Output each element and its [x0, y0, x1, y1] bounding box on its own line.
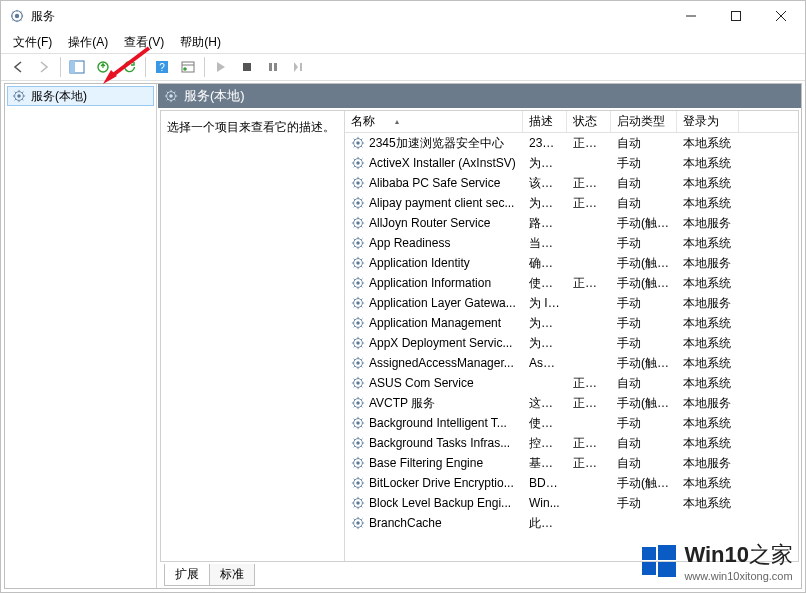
service-desc: 确定... [523, 255, 567, 272]
service-startup: 手动(触发... [611, 355, 677, 372]
service-desc: 当用... [523, 235, 567, 252]
service-startup: 自动 [611, 375, 677, 392]
pause-service-button[interactable] [261, 55, 285, 79]
service-name: 2345加速浏览器安全中心 [369, 135, 504, 152]
svg-point-1 [15, 14, 19, 18]
svg-point-35 [356, 261, 360, 265]
service-logon: 本地服务 [677, 455, 739, 472]
service-logon: 本地系统 [677, 355, 739, 372]
list-header: 名称▴ 描述 状态 启动类型 登录为 [345, 111, 798, 133]
service-list[interactable]: 名称▴ 描述 状态 启动类型 登录为 2345加速浏览器安全中心2345...正… [345, 111, 798, 561]
right-header-title: 服务(本地) [184, 87, 245, 105]
column-status[interactable]: 状态 [567, 111, 611, 132]
start-service-button[interactable] [209, 55, 233, 79]
column-logon[interactable]: 登录为 [677, 111, 739, 132]
service-startup: 手动 [611, 155, 677, 172]
service-status: 正在... [567, 375, 611, 392]
forward-button[interactable] [32, 55, 56, 79]
column-name[interactable]: 名称▴ [345, 111, 523, 132]
column-startup[interactable]: 启动类型 [611, 111, 677, 132]
service-icon [351, 256, 365, 270]
service-name: Alibaba PC Safe Service [369, 176, 500, 190]
help-button[interactable]: ? [150, 55, 174, 79]
table-row[interactable]: Block Level Backup Engi...Win...手动本地系统 [345, 493, 798, 513]
service-startup: 自动 [611, 175, 677, 192]
service-icon [351, 376, 365, 390]
tab-extended[interactable]: 扩展 [164, 564, 210, 586]
service-logon: 本地系统 [677, 135, 739, 152]
service-icon [351, 396, 365, 410]
table-row[interactable]: ASUS Com Service正在...自动本地系统 [345, 373, 798, 393]
service-logon: 本地系统 [677, 435, 739, 452]
service-desc: 基本... [523, 455, 567, 472]
close-button[interactable] [758, 2, 803, 30]
table-row[interactable]: Alibaba PC Safe Service该服...正在...自动本地系统 [345, 173, 798, 193]
menu-help[interactable]: 帮助(H) [172, 32, 229, 53]
titlebar: 服务 [1, 1, 805, 31]
table-row[interactable]: Application Identity确定...手动(触发...本地服务 [345, 253, 798, 273]
service-desc: 使用... [523, 275, 567, 292]
table-row[interactable]: AVCTP 服务这是...正在...手动(触发...本地服务 [345, 393, 798, 413]
properties-button[interactable] [176, 55, 200, 79]
column-description[interactable]: 描述 [523, 111, 567, 132]
table-row[interactable]: AppX Deployment Servic...为部...手动本地系统 [345, 333, 798, 353]
service-icon [351, 456, 365, 470]
service-logon: 本地系统 [677, 415, 739, 432]
service-logon: 本地服务 [677, 395, 739, 412]
table-row[interactable]: App Readiness当用...手动本地系统 [345, 233, 798, 253]
table-row[interactable]: Base Filtering Engine基本...正在...自动本地服务 [345, 453, 798, 473]
svg-point-49 [356, 401, 360, 405]
table-row[interactable]: AllJoyn Router Service路由...手动(触发...本地服务 [345, 213, 798, 233]
table-row[interactable]: Application Layer Gatewa...为 In...手动本地服务 [345, 293, 798, 313]
svg-point-57 [356, 481, 360, 485]
service-startup: 自动 [611, 435, 677, 452]
service-logon: 本地系统 [677, 475, 739, 492]
service-icon [351, 176, 365, 190]
svg-point-43 [356, 341, 360, 345]
show-hide-tree-button[interactable] [65, 55, 89, 79]
table-row[interactable]: Background Intelligent T...使用...手动本地系统 [345, 413, 798, 433]
service-desc: 为部... [523, 335, 567, 352]
service-logon: 本地服务 [677, 295, 739, 312]
service-desc: 为通... [523, 315, 567, 332]
service-icon [351, 296, 365, 310]
table-row[interactable]: Application Information使用...正在...手动(触发..… [345, 273, 798, 293]
service-desc: 此服... [523, 515, 567, 532]
svg-rect-3 [731, 12, 740, 21]
svg-point-19 [17, 94, 21, 98]
service-startup: 手动 [611, 235, 677, 252]
svg-point-59 [356, 501, 360, 505]
service-logon: 本地系统 [677, 335, 739, 352]
menu-file[interactable]: 文件(F) [5, 32, 60, 53]
table-row[interactable]: BitLocker Drive Encryptio...BDE...手动(触发.… [345, 473, 798, 493]
service-startup: 自动 [611, 455, 677, 472]
service-icon [351, 196, 365, 210]
tree-item-services-local[interactable]: 服务(本地) [7, 86, 154, 106]
menu-view[interactable]: 查看(V) [116, 32, 172, 53]
maximize-button[interactable] [713, 2, 758, 30]
restart-service-button[interactable] [287, 55, 311, 79]
table-row[interactable]: Application Management为通...手动本地系统 [345, 313, 798, 333]
service-name: AppX Deployment Servic... [369, 336, 512, 350]
table-row[interactable]: Background Tasks Infras...控制...正在...自动本地… [345, 433, 798, 453]
table-row[interactable]: ActiveX Installer (AxInstSV)为从 ...手动本地系统 [345, 153, 798, 173]
menu-action[interactable]: 操作(A) [60, 32, 116, 53]
refresh-button[interactable] [117, 55, 141, 79]
service-name: Block Level Backup Engi... [369, 496, 511, 510]
back-button[interactable] [6, 55, 30, 79]
table-row[interactable]: BranchCache此服... [345, 513, 798, 533]
service-startup: 手动(触发... [611, 255, 677, 272]
export-button[interactable] [91, 55, 115, 79]
table-row[interactable]: Alipay payment client sec...为支...正在...自动… [345, 193, 798, 213]
service-logon: 本地系统 [677, 195, 739, 212]
table-row[interactable]: 2345加速浏览器安全中心2345...正在...自动本地系统 [345, 133, 798, 153]
service-name: Application Layer Gatewa... [369, 296, 516, 310]
stop-service-button[interactable] [235, 55, 259, 79]
service-icon [351, 316, 365, 330]
service-logon: 本地系统 [677, 375, 739, 392]
minimize-button[interactable] [668, 2, 713, 30]
tab-standard[interactable]: 标准 [209, 564, 255, 586]
table-row[interactable]: AssignedAccessManager...Assi...手动(触发...本… [345, 353, 798, 373]
svg-rect-17 [300, 63, 302, 71]
gear-icon [12, 89, 26, 103]
